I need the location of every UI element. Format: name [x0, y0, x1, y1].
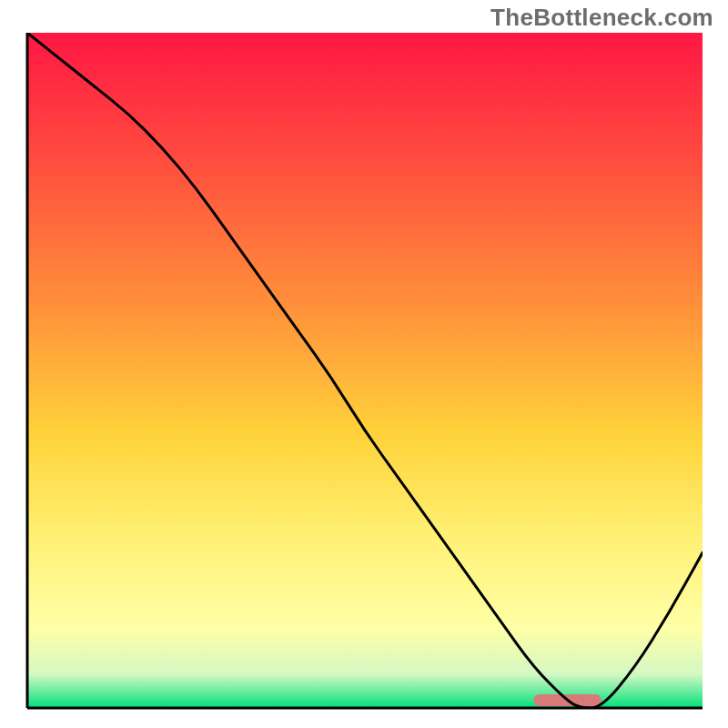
watermark-text: TheBottleneck.com	[490, 4, 713, 32]
chart-svg	[0, 0, 728, 728]
chart-container: TheBottleneck.com	[0, 0, 728, 728]
plot-background	[27, 33, 703, 708]
